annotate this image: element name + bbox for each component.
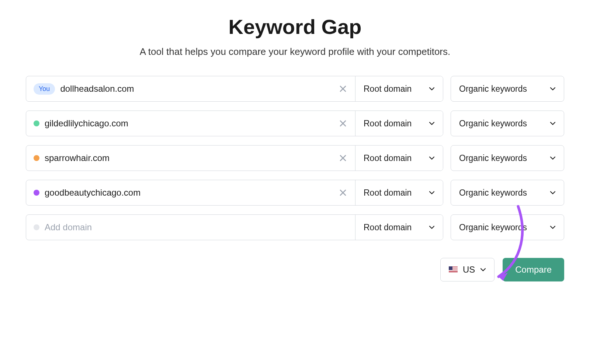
chevron-down-icon: [429, 156, 435, 160]
domain-field[interactable]: You: [26, 76, 355, 101]
domain-input[interactable]: [60, 84, 333, 94]
chevron-down-icon: [550, 191, 556, 195]
domain-input[interactable]: [45, 188, 333, 198]
domain-field[interactable]: [26, 180, 355, 205]
root-domain-label: Root domain: [364, 84, 412, 94]
root-domain-label: Root domain: [364, 119, 412, 129]
root-domain-label: Root domain: [364, 188, 412, 198]
you-badge: You: [34, 83, 55, 95]
chevron-down-icon: [429, 122, 435, 125]
keyword-type-select[interactable]: Organic keywords: [451, 111, 564, 136]
us-flag-icon: [449, 266, 458, 273]
keyword-type-label: Organic keywords: [459, 188, 527, 198]
color-dot-icon: [34, 190, 39, 196]
compare-button[interactable]: Compare: [503, 258, 564, 281]
domain-input[interactable]: [45, 222, 348, 232]
domain-input-group: Root domain: [26, 111, 443, 136]
close-icon: [340, 187, 346, 198]
root-domain-label: Root domain: [364, 223, 412, 232]
keyword-type-select[interactable]: Organic keywords: [451, 180, 564, 206]
domain-input-group: Root domain: [26, 180, 443, 206]
close-icon: [340, 83, 346, 94]
color-dot-icon: [34, 155, 39, 161]
chevron-down-icon: [480, 268, 486, 272]
root-domain-select[interactable]: Root domain: [355, 215, 443, 240]
close-icon: [340, 118, 346, 129]
domain-row: Root domain Organic keywords: [26, 180, 564, 206]
clear-button[interactable]: [338, 152, 348, 164]
clear-button[interactable]: [338, 83, 348, 95]
country-select[interactable]: US: [440, 258, 494, 281]
color-dot-icon: [34, 120, 39, 126]
chevron-down-icon: [429, 225, 435, 229]
domain-field[interactable]: [26, 111, 355, 136]
root-domain-select[interactable]: Root domain: [355, 76, 443, 101]
domain-row: Root domain Organic keywords: [26, 214, 564, 240]
chevron-down-icon: [550, 156, 556, 160]
chevron-down-icon: [550, 87, 556, 91]
root-domain-select[interactable]: Root domain: [355, 180, 443, 205]
domain-rows: You Root domain Organic keywords: [26, 76, 564, 240]
keyword-type-label: Organic keywords: [459, 119, 527, 129]
keyword-type-select[interactable]: Organic keywords: [451, 145, 564, 171]
domain-row: Root domain Organic keywords: [26, 145, 564, 171]
domain-row: You Root domain Organic keywords: [26, 76, 564, 102]
keyword-type-label: Organic keywords: [459, 223, 527, 232]
chevron-down-icon: [550, 122, 556, 125]
domain-input[interactable]: [45, 118, 333, 129]
root-domain-label: Root domain: [364, 153, 412, 163]
chevron-down-icon: [429, 191, 435, 195]
keyword-type-label: Organic keywords: [459, 153, 527, 163]
page-subtitle: A tool that helps you compare your keywo…: [26, 46, 564, 57]
chevron-down-icon: [429, 87, 435, 91]
domain-row: Root domain Organic keywords: [26, 111, 564, 136]
keyword-type-label: Organic keywords: [459, 84, 527, 94]
root-domain-select[interactable]: Root domain: [355, 146, 443, 171]
close-icon: [340, 153, 346, 164]
page-title: Keyword Gap: [26, 15, 564, 39]
domain-input-group: You Root domain: [26, 76, 443, 102]
root-domain-select[interactable]: Root domain: [355, 111, 443, 136]
keyword-type-select[interactable]: Organic keywords: [451, 214, 564, 240]
keyword-type-select[interactable]: Organic keywords: [451, 76, 564, 102]
domain-input-group: Root domain: [26, 214, 443, 240]
chevron-down-icon: [550, 225, 556, 229]
color-dot-icon: [34, 224, 39, 230]
domain-input-group: Root domain: [26, 145, 443, 171]
country-label: US: [463, 265, 475, 275]
clear-button[interactable]: [338, 117, 348, 130]
domain-input[interactable]: [45, 153, 333, 163]
footer-actions: US Compare: [26, 258, 564, 281]
domain-field[interactable]: [26, 215, 355, 240]
domain-field[interactable]: [26, 146, 355, 171]
clear-button[interactable]: [338, 186, 348, 199]
